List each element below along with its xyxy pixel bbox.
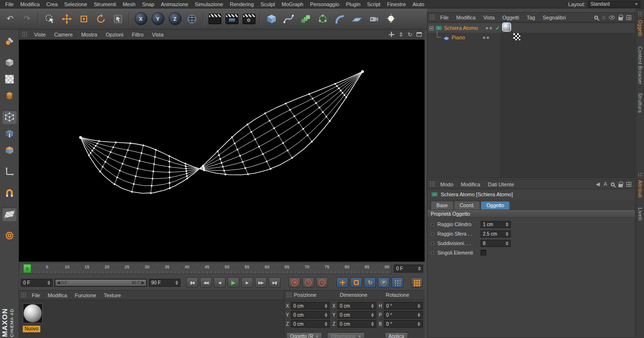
object-name[interactable]: Schiera Atomo <box>444 25 478 31</box>
lock-icon[interactable] <box>618 184 623 187</box>
end-frame-spinner[interactable]: 90 F <box>149 279 181 287</box>
tab-coord[interactable]: Coord. <box>454 201 480 210</box>
material-menu-file[interactable]: File <box>28 292 44 299</box>
rotation-h-input[interactable]: 0 ° <box>384 302 423 310</box>
uvw-mode-button[interactable] <box>2 89 17 103</box>
menu-item-crea[interactable]: Crea <box>43 0 61 8</box>
record-position-toggle[interactable] <box>336 277 348 288</box>
menu-item-mograph[interactable]: MoGraph <box>278 0 307 8</box>
dimension-y-input[interactable]: 0 cm <box>337 311 376 319</box>
object-row-schiera-atomo[interactable]: Schiera Atomo ✓ <box>427 23 635 33</box>
material-thumbnail[interactable] <box>23 303 43 323</box>
rotation-b-input[interactable]: 0 ° <box>384 320 423 328</box>
layout-select[interactable]: Standard <box>588 1 640 8</box>
spinner-arrows-icon[interactable] <box>175 281 178 285</box>
menu-item-plugin[interactable]: Plugin <box>343 0 364 8</box>
record-options-button[interactable]: K <box>316 277 328 288</box>
y-axis-lock-button[interactable]: Y <box>150 10 166 27</box>
spinner-arrows-icon[interactable] <box>47 281 50 285</box>
strip-grip-icon[interactable] <box>638 173 643 177</box>
add-spline-button[interactable] <box>281 10 297 27</box>
panel-grip-icon[interactable] <box>429 14 435 20</box>
object-row-piano[interactable]: Piano <box>427 33 635 42</box>
panel-grip-icon[interactable] <box>429 181 435 187</box>
attribute-menu-modifica[interactable]: Modifica <box>457 181 484 188</box>
panel-grip-icon[interactable] <box>22 31 27 37</box>
apply-button[interactable]: Applica <box>385 332 408 338</box>
visibility-dots-icon[interactable] <box>486 27 492 29</box>
menu-item-modifica[interactable]: Modifica <box>17 0 43 8</box>
search-icon[interactable] <box>594 16 598 19</box>
object-menu-segnalibri[interactable]: Segnalibri <box>539 14 570 21</box>
home-icon[interactable]: ⌂ <box>602 15 605 20</box>
scale-tool[interactable] <box>76 10 92 27</box>
add-deformer-button[interactable] <box>332 10 348 27</box>
move-tool[interactable] <box>59 10 75 27</box>
viewport-menu-opzioni[interactable]: Opzioni <box>101 31 127 38</box>
snap-toggle-button[interactable] <box>2 186 17 200</box>
tab-base[interactable]: Base <box>431 201 453 210</box>
menu-item-aiuto[interactable]: Aiuto <box>409 0 427 8</box>
panel-layout-icon[interactable] <box>626 182 631 187</box>
record-keyframe-button[interactable] <box>289 277 300 288</box>
model-mode-button[interactable] <box>2 55 17 70</box>
suddivisioni-input[interactable]: 8 <box>481 240 511 247</box>
go-to-end-button[interactable]: ▶▮ <box>269 277 281 288</box>
object-menu-oggetti[interactable]: Oggetti <box>499 14 523 21</box>
section-header[interactable]: Proprietà Oggetto <box>427 210 635 218</box>
rotate-tool[interactable] <box>93 10 109 27</box>
timeline-playhead[interactable]: 0 <box>23 264 31 273</box>
workplane-mode-button[interactable] <box>2 207 17 221</box>
singoli-elementi-checkbox[interactable] <box>481 250 486 256</box>
menu-item-finestre[interactable]: Finestre <box>384 0 409 8</box>
animation-dot-icon[interactable] <box>431 242 434 245</box>
spinner-arrows-icon[interactable] <box>418 266 421 271</box>
timeline-frame-spinner[interactable]: 0 F <box>394 265 423 273</box>
menu-item-sculpt[interactable]: Sculpt <box>257 0 279 8</box>
pin-mode-icon[interactable]: A <box>604 182 607 187</box>
x-axis-lock-button[interactable]: X <box>133 10 149 27</box>
pan-view-icon[interactable] <box>389 32 394 37</box>
zoom-view-icon[interactable]: ⇕ <box>399 31 403 38</box>
make-editable-button[interactable] <box>2 34 17 48</box>
autokeying-button[interactable]: ↻ <box>302 277 314 288</box>
rotation-p-input[interactable]: 0 ° <box>384 311 423 319</box>
menu-item-script[interactable]: Script <box>364 0 384 8</box>
viewport-menu-filtro[interactable]: Filtro <box>127 31 147 38</box>
position-y-input[interactable]: 0 cm <box>291 311 330 319</box>
animation-dot-icon[interactable] <box>431 223 434 226</box>
animation-dot-icon[interactable] <box>431 232 434 236</box>
current-frame-spinner[interactable]: 0 F <box>21 279 53 287</box>
add-array-button[interactable] <box>315 10 331 27</box>
menu-item-mesh[interactable]: Mesh <box>119 0 139 8</box>
redo-button[interactable]: ↷ <box>19 10 35 27</box>
position-x-input[interactable]: 0 cm <box>291 302 330 310</box>
menu-item-snap[interactable]: Snap <box>139 0 158 8</box>
add-camera-button[interactable] <box>366 10 382 27</box>
attribute-menu-modo[interactable]: Modo <box>436 181 457 188</box>
add-primitive-button[interactable] <box>263 10 280 27</box>
atom-array-wireframe-object[interactable] <box>19 40 425 262</box>
next-key-button[interactable]: ▶▶ <box>255 277 267 288</box>
menu-item-selezione[interactable]: Selezione <box>61 0 91 8</box>
keying-settings-button[interactable] <box>411 277 423 288</box>
panel-grip-icon[interactable] <box>286 292 292 298</box>
last-used-tool[interactable] <box>110 10 126 27</box>
undo-button[interactable]: ↶ <box>2 10 18 27</box>
render-view-button[interactable] <box>207 10 223 27</box>
raggio-sfera-input[interactable]: 2.5 cm <box>481 230 511 238</box>
record-scale-toggle[interactable] <box>350 277 362 288</box>
panel-layout-icon[interactable] <box>626 15 631 20</box>
frame-range-fill[interactable]: ◀ 0 F 90 F ▶ <box>55 280 146 286</box>
material-menu-modifica[interactable]: Modifica <box>44 292 71 299</box>
go-to-start-button[interactable]: ▮◀ <box>186 277 198 288</box>
axis-mode-button[interactable] <box>2 164 17 179</box>
material-menu-texture[interactable]: Texture <box>100 292 125 299</box>
eye-icon[interactable] <box>609 16 615 19</box>
size-mode-dropdown[interactable]: Dimensione <box>327 332 365 338</box>
history-back-icon[interactable]: ◀ <box>596 182 599 187</box>
points-mode-button[interactable] <box>2 110 17 124</box>
tab-oggetti-vertical[interactable]: Oggetti <box>637 20 643 37</box>
material-name[interactable]: Nuovo <box>23 326 40 332</box>
record-rotation-toggle[interactable]: ↻ <box>364 277 376 288</box>
